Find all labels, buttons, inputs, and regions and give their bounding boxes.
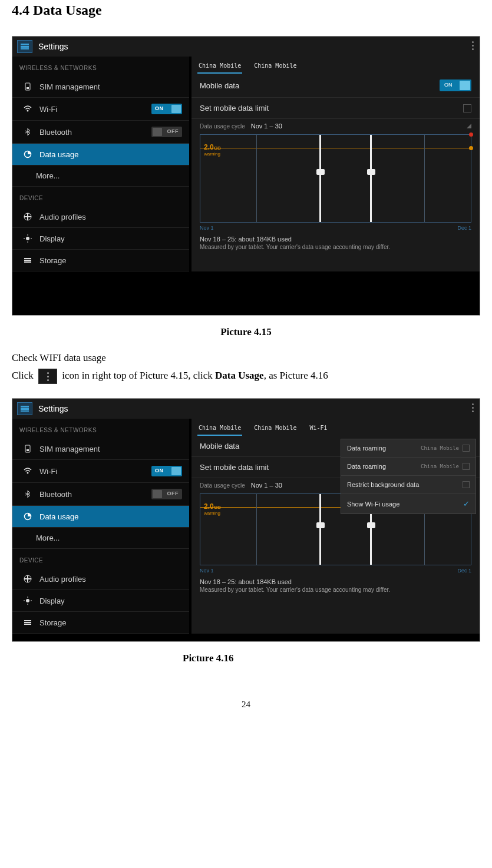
overflow-icon[interactable] bbox=[472, 41, 474, 50]
content-pane: China Mobile China Mobile Wi-Fi Mobile d… bbox=[189, 419, 480, 634]
range-grip[interactable] bbox=[316, 522, 325, 528]
svg-rect-4 bbox=[27, 87, 29, 89]
sidebar-item-bluetooth[interactable]: Bluetooth OFF bbox=[12, 121, 189, 144]
sidebar-item-bluetooth[interactable]: Bluetooth OFF bbox=[12, 483, 189, 506]
screenshot-4-15: Settings WIRELESS & NETWORKS SIM managem… bbox=[12, 36, 480, 316]
svg-point-28 bbox=[26, 599, 29, 602]
row-cycle[interactable]: Data usage cycle Nov 1 – 30 bbox=[191, 119, 480, 131]
checkbox[interactable] bbox=[463, 445, 470, 452]
sidebar-item-storage[interactable]: Storage bbox=[12, 250, 189, 271]
sidebar-item-label: Bluetooth bbox=[39, 490, 151, 499]
sidebar-item-more[interactable]: More... bbox=[12, 165, 189, 187]
sidebar-item-data-usage[interactable]: Data usage bbox=[12, 506, 189, 528]
tab-sim-1[interactable]: China Mobile bbox=[197, 60, 242, 74]
sidebar-item-label: SIM management bbox=[39, 82, 182, 91]
titlebar: Settings bbox=[12, 37, 480, 57]
disclaimer-text: Measured by your tablet. Your carrier's … bbox=[191, 244, 480, 256]
sidebar-item-label: Display bbox=[39, 234, 182, 243]
menu-item-show-wifi[interactable]: Show Wi-Fi usage✓ bbox=[341, 494, 476, 513]
sidebar-item-label: Audio profiles bbox=[39, 213, 182, 221]
disclaimer-text: Measured by your tablet. Your carrier's … bbox=[191, 587, 480, 599]
para-check-wifi: Check WIFI data usage bbox=[12, 352, 480, 364]
sidebar-item-audio[interactable]: Audio profiles bbox=[12, 568, 189, 590]
limit-checkbox[interactable] bbox=[463, 104, 471, 112]
page-number: 24 bbox=[12, 700, 480, 710]
sidebar-item-wifi[interactable]: Wi-Fi ON bbox=[12, 460, 189, 483]
bluetooth-toggle[interactable]: OFF bbox=[151, 127, 182, 137]
sidebar-item-display[interactable]: Display bbox=[12, 228, 189, 250]
screenshot-4-16: Settings WIRELESS & NETWORKS SIM managem… bbox=[12, 398, 480, 642]
range-handle-right[interactable] bbox=[370, 135, 372, 222]
wifi-toggle[interactable]: ON bbox=[151, 466, 182, 476]
wifi-icon bbox=[23, 466, 32, 476]
sidebar-item-storage[interactable]: Storage bbox=[12, 612, 189, 634]
app-title: Settings bbox=[38, 42, 68, 51]
sidebar-item-data-usage[interactable]: Data usage bbox=[12, 144, 189, 165]
titlebar: Settings bbox=[12, 399, 480, 419]
storage-icon bbox=[23, 256, 32, 265]
svg-rect-0 bbox=[21, 44, 29, 45]
sidebar-item-label: More... bbox=[36, 171, 182, 180]
display-icon bbox=[23, 234, 32, 243]
sidebar-item-sim[interactable]: SIM management bbox=[12, 438, 189, 460]
figure-caption-4-15: Picture 4.15 bbox=[12, 326, 480, 338]
cycle-value: Nov 1 – 30 bbox=[251, 482, 282, 489]
range-grip[interactable] bbox=[316, 169, 325, 175]
sidebar-item-label: Wi-Fi bbox=[39, 467, 151, 476]
row-label: Set mobile data limit bbox=[200, 104, 463, 112]
sidebar-item-sim[interactable]: SIM management bbox=[12, 76, 189, 98]
sidebar-item-wifi[interactable]: Wi-Fi ON bbox=[12, 98, 189, 121]
axis-right: Dec 1 bbox=[457, 568, 471, 574]
row-set-limit[interactable]: Set mobile data limit bbox=[191, 98, 480, 119]
sidebar-item-label: More... bbox=[36, 534, 182, 542]
checkbox[interactable] bbox=[463, 463, 470, 470]
section-wireless-label: WIRELESS & NETWORKS bbox=[12, 419, 189, 438]
svg-rect-35 bbox=[24, 624, 31, 625]
sidebar-item-audio[interactable]: Audio profiles bbox=[12, 206, 189, 228]
cycle-value: Nov 1 – 30 bbox=[251, 122, 282, 130]
menu-item-data-roaming-1[interactable]: Data roamingChina Mobile bbox=[341, 439, 476, 458]
sidebar-item-display[interactable]: Display bbox=[12, 590, 189, 612]
svg-rect-27 bbox=[24, 578, 31, 579]
range-handle-left[interactable] bbox=[319, 494, 321, 565]
limit-handle[interactable] bbox=[469, 132, 473, 137]
warning-handle[interactable] bbox=[469, 146, 473, 150]
warning-value: 2.0GB bbox=[204, 143, 221, 151]
checkbox[interactable] bbox=[463, 481, 470, 488]
figure-caption-4-16: Picture 4.16 bbox=[183, 652, 480, 664]
data-usage-icon bbox=[23, 150, 32, 159]
section-heading: 4.4 Data Usage bbox=[12, 2, 480, 18]
tab-sim-1[interactable]: China Mobile bbox=[197, 422, 242, 436]
sim-icon bbox=[23, 82, 32, 91]
sidebar-item-more[interactable]: More... bbox=[12, 528, 189, 549]
range-grip[interactable] bbox=[367, 169, 375, 175]
data-usage-chart[interactable]: 2.0GB warning bbox=[200, 134, 471, 223]
sidebar-item-label: SIM management bbox=[39, 445, 182, 453]
settings-app-icon bbox=[17, 402, 32, 415]
tab-sim-2[interactable]: China Mobile bbox=[253, 60, 298, 74]
svg-rect-16 bbox=[24, 260, 31, 261]
bluetooth-toggle[interactable]: OFF bbox=[151, 489, 182, 499]
range-handle-left[interactable] bbox=[319, 135, 321, 222]
section-wireless-label: WIRELESS & NETWORKS bbox=[12, 57, 189, 76]
overflow-icon[interactable] bbox=[472, 403, 474, 412]
wifi-icon bbox=[23, 104, 32, 114]
axis-right: Dec 1 bbox=[457, 225, 471, 231]
menu-item-data-roaming-2[interactable]: Data roamingChina Mobile bbox=[341, 458, 476, 476]
menu-item-restrict-bg[interactable]: Restrict background data bbox=[341, 476, 476, 494]
usage-summary: Nov 18 – 25: about 184KB used bbox=[191, 574, 480, 587]
sidebar: WIRELESS & NETWORKS SIM management Wi-Fi… bbox=[12, 419, 189, 634]
row-mobile-data[interactable]: Mobile data ON bbox=[191, 74, 480, 98]
overflow-icon-inline bbox=[38, 369, 57, 384]
svg-rect-18 bbox=[21, 406, 29, 408]
mobile-data-toggle[interactable]: ON bbox=[440, 79, 471, 91]
tab-sim-2[interactable]: China Mobile bbox=[253, 422, 298, 436]
tab-wifi[interactable]: Wi-Fi bbox=[309, 422, 329, 436]
wifi-toggle[interactable]: ON bbox=[151, 104, 182, 114]
content-pane: China Mobile China Mobile Mobile data ON… bbox=[189, 57, 480, 271]
sidebar-item-label: Data usage bbox=[39, 150, 182, 159]
range-grip[interactable] bbox=[367, 522, 375, 528]
svg-rect-17 bbox=[24, 261, 31, 263]
svg-rect-1 bbox=[21, 46, 29, 48]
sidebar-item-label: Display bbox=[39, 597, 182, 605]
